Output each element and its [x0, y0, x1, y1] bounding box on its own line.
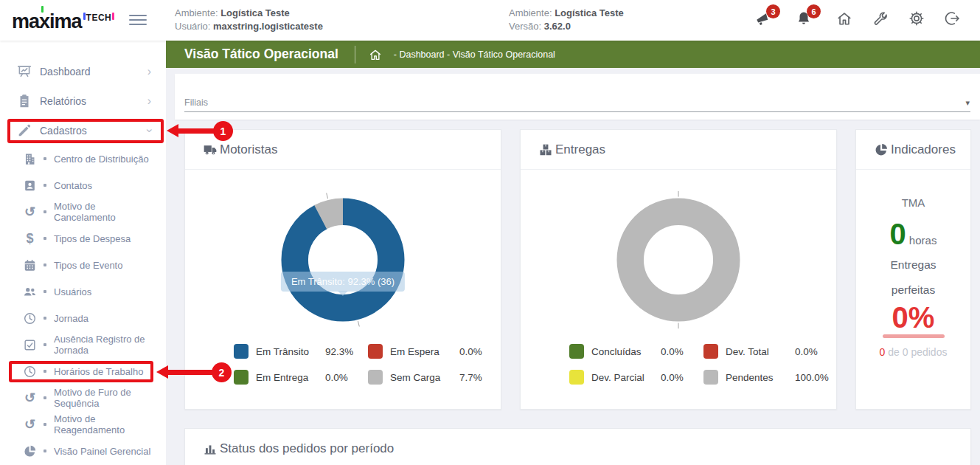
sidebar-item-relatorios[interactable]: Relatórios› [0, 86, 166, 116]
motoristas-card-header: Motoristas [185, 130, 501, 170]
main-content: Filiais ▾ Motoristas Em Trânsito: 92.3% … [166, 68, 980, 465]
home-icon[interactable] [836, 10, 852, 27]
legend-label: Dev. Parcial [591, 372, 661, 383]
annotation-arrowhead-2 [156, 365, 168, 379]
env-value: Logística Teste [220, 7, 290, 18]
legend-item-sem-carga: Sem Carga7.7% [368, 370, 502, 385]
bullet-icon [44, 290, 46, 293]
bell-icon[interactable]: 6 [796, 10, 812, 27]
clock-icon [23, 311, 37, 326]
status-pedidos-header: Status dos pedidos por período [185, 429, 970, 465]
undo-icon: ↺ [23, 418, 37, 432]
filiais-select[interactable]: Filiais [184, 97, 208, 108]
chevron-right-icon: › [147, 95, 151, 107]
sidebar-item-contatos[interactable]: Contatos [0, 172, 166, 199]
legend-label: Concluídas [591, 346, 661, 357]
bullet-icon [44, 264, 46, 266]
sidebar-item-label: Motivo de Reagendamento [54, 413, 156, 435]
breadcrumb-home-icon[interactable] [369, 48, 382, 61]
header-env-version: Ambiente: Logística Teste Versão: 3.62.0 [509, 7, 624, 33]
contact-card-icon [23, 179, 37, 193]
legend-item-dev-parcial: Dev. Parcial0.0% [569, 370, 703, 385]
legend-item-dev-total: Dev. Total0.0% [703, 344, 838, 359]
user-label: Usuário: [175, 21, 210, 32]
legend-label: Dev. Total [726, 346, 795, 357]
calendar-icon [23, 258, 37, 272]
user-value: maxstring.logisticateste [213, 21, 323, 32]
bullet-icon [44, 343, 46, 346]
notification-badge: 3 [766, 4, 780, 18]
logo-suffix: TECH [86, 13, 112, 23]
motoristas-legend: Em Trânsito92.3%Em Espera0.0%Em Entrega0… [234, 344, 501, 385]
pie-chart-icon [874, 142, 889, 157]
sidebar-item-dashboard[interactable]: Dashboard› [0, 57, 166, 86]
sidebar-item-visao-painel-gerencial[interactable]: Visão Painel Gerencial [0, 438, 166, 464]
legend-value: 92.3% [325, 346, 353, 357]
page-titlebar: Visão Tático Operacional - Dashboard - V… [166, 41, 980, 68]
wrench-icon[interactable] [872, 10, 889, 27]
sidebar-item-usuarios[interactable]: Usuários [0, 278, 166, 305]
entregas-card: Entregas Concluídas0.0%Dev. Total0.0%Dev… [520, 129, 837, 410]
legend-label: Em Espera [390, 346, 459, 357]
sidebar-item-motivo-de-furo-de-sequencia[interactable]: ↺Motivo de Furo de Sequência [0, 385, 166, 411]
notification-badge: 6 [807, 4, 821, 18]
entregas-perfeitas-label-1: Entregas [856, 258, 970, 272]
sidebar-item-label: Motivo de Furo de Sequência [54, 387, 156, 409]
bullet-icon [44, 184, 46, 187]
bullet-icon [44, 237, 46, 240]
gear-icon[interactable] [908, 10, 925, 27]
sidebar-nav: Dashboard›Relatórios›Cadastros›Centro de… [0, 41, 166, 464]
sidebar-item-label: Visão Painel Gerencial [54, 446, 150, 457]
presentation-chart-icon [16, 63, 32, 80]
sidebar-item-ausencia-registro-de-jornada[interactable]: Ausência Registro de Jornada [0, 331, 166, 358]
legend-value: 100.0% [795, 372, 829, 383]
sidebar-item-motivo-de-cancelamento[interactable]: ↺Motivo de Cancelamento [0, 199, 166, 225]
annotation-box-2 [9, 361, 153, 382]
pedidos-text: de 0 pedidos [885, 346, 947, 358]
annotation-number-1: 1 [213, 121, 233, 141]
legend-value: 7.7% [459, 372, 482, 383]
legend-swatch [569, 370, 584, 385]
legend-swatch [368, 370, 383, 385]
maximatech-logo[interactable]: maxima TECH [12, 9, 114, 34]
bullet-icon [44, 317, 46, 320]
logout-icon[interactable] [945, 10, 961, 27]
logo-tick-blue [83, 13, 86, 20]
legend-value: 0.0% [459, 346, 482, 357]
checkbox-icon [23, 338, 37, 352]
megaphone-icon[interactable]: 3 [755, 10, 771, 27]
sidebar-item-jornada[interactable]: Jornada [0, 305, 166, 331]
users-icon [23, 285, 37, 299]
sidebar: Dashboard›Relatórios›Cadastros›Centro de… [0, 41, 166, 465]
indicadores-body: TMA 0horas Entregas perfeitas 0% 0 de 0 … [856, 196, 970, 358]
filiais-filter-card: Filiais ▾ [175, 74, 980, 120]
legend-item-em-espera: Em Espera0.0% [368, 344, 502, 359]
sidebar-item-tipos-de-despesa[interactable]: $Tipos de Despesa [0, 225, 166, 252]
sidebar-item-label: Tipos de Evento [54, 260, 122, 271]
hamburger-menu-icon[interactable] [129, 15, 147, 25]
entregas-perfeitas-percent: 0% [856, 303, 970, 332]
sidebar-item-centro-de-distribuicao[interactable]: Centro de Distribuição [0, 145, 166, 172]
tma-value: 0 [890, 218, 906, 250]
logo-tick-green [41, 6, 44, 13]
legend-item-pendentes: Pendentes100.0% [703, 370, 838, 385]
page-title: Visão Tático Operacional [166, 46, 338, 62]
legend-value: 0.0% [325, 372, 348, 383]
annotation-arrow-shaft-1 [178, 128, 216, 134]
bullet-icon [44, 157, 46, 160]
status-pedidos-card: Status dos pedidos por período [184, 428, 971, 465]
sidebar-item-label: Relatórios [40, 95, 147, 107]
legend-value: 0.0% [661, 372, 684, 383]
caret-down-icon[interactable]: ▾ [965, 98, 970, 108]
sidebar-item-tipos-de-evento[interactable]: Tipos de Evento [0, 252, 166, 278]
titlebar-divider [355, 46, 355, 63]
legend-swatch [234, 344, 249, 359]
annotation-number-2: 2 [212, 362, 232, 382]
entregas-perfeitas-label-2: perfeitas [856, 283, 970, 297]
logo-text: maxima [12, 10, 82, 33]
legend-label: Em Trânsito [256, 346, 325, 357]
percent-underline-bar [883, 334, 945, 338]
pedidos-footer: 0 de 0 pedidos [856, 346, 970, 358]
sidebar-item-motivo-de-reagendamento[interactable]: ↺Motivo de Reagendamento [0, 411, 166, 438]
status-pedidos-title: Status dos pedidos por período [220, 441, 394, 456]
